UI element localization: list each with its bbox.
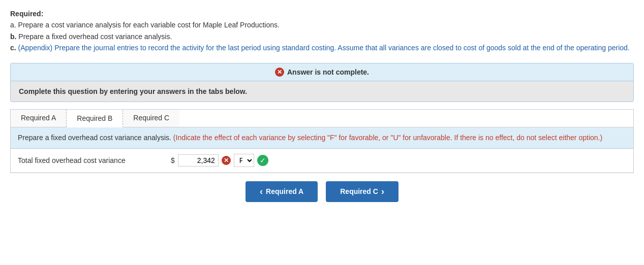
answer-status-bar: ✕ Answer is not complete.: [11, 63, 633, 81]
tab-required-b[interactable]: Required B: [67, 110, 123, 127]
complete-message: Complete this question by entering your …: [11, 81, 633, 102]
tab-description-prefix: Prepare a fixed overhead cost variance a…: [18, 134, 171, 142]
variance-row: Total fixed overhead cost variance $ ✕ F…: [11, 149, 633, 173]
next-button[interactable]: Required C: [326, 181, 398, 202]
instruction-a: a. Prepare a cost variance analysis for …: [10, 19, 634, 30]
variance-error-icon[interactable]: ✕: [222, 156, 231, 165]
tabs-row: Required A Required B Required C: [11, 110, 633, 127]
tab-description-note: (Indicate the effect of each variance by…: [173, 134, 602, 142]
instruction-c-bold: c.: [10, 44, 16, 52]
required-heading: Required:: [10, 10, 43, 18]
variance-label: Total fixed overhead cost variance: [18, 156, 168, 164]
chevron-left-icon: [260, 186, 263, 197]
variance-value-input[interactable]: [178, 154, 219, 167]
nav-buttons: Required A Required C: [10, 173, 634, 204]
dollar-sign: $: [171, 156, 175, 164]
status-error-icon: ✕: [275, 68, 284, 77]
prev-button[interactable]: Required A: [246, 181, 318, 202]
next-button-label: Required C: [340, 187, 378, 195]
answer-box: ✕ Answer is not complete. Complete this …: [10, 63, 634, 102]
tabs-container: Required A Required B Required C Prepare…: [10, 109, 634, 173]
chevron-right-icon: [381, 186, 384, 197]
tab-required-c[interactable]: Required C: [123, 110, 179, 127]
tab-description: Prepare a fixed overhead cost variance a…: [11, 127, 633, 149]
tab-required-a[interactable]: Required A: [11, 110, 67, 127]
instruction-c-text: (Appendix) Prepare the journal entries t…: [18, 44, 630, 52]
instructions-block: Required: a. Prepare a cost variance ana…: [10, 8, 634, 54]
instruction-b-text: Prepare a fixed overhead cost variance a…: [18, 32, 172, 41]
tab-b-content: Prepare a fixed overhead cost variance a…: [11, 127, 633, 173]
instruction-b-bold: b.: [10, 32, 16, 41]
variance-check-icon: ✓: [257, 155, 268, 166]
answer-status-text: Answer is not complete.: [287, 68, 369, 76]
prev-button-label: Required A: [266, 187, 303, 195]
variance-effect-select[interactable]: F U: [234, 154, 254, 167]
